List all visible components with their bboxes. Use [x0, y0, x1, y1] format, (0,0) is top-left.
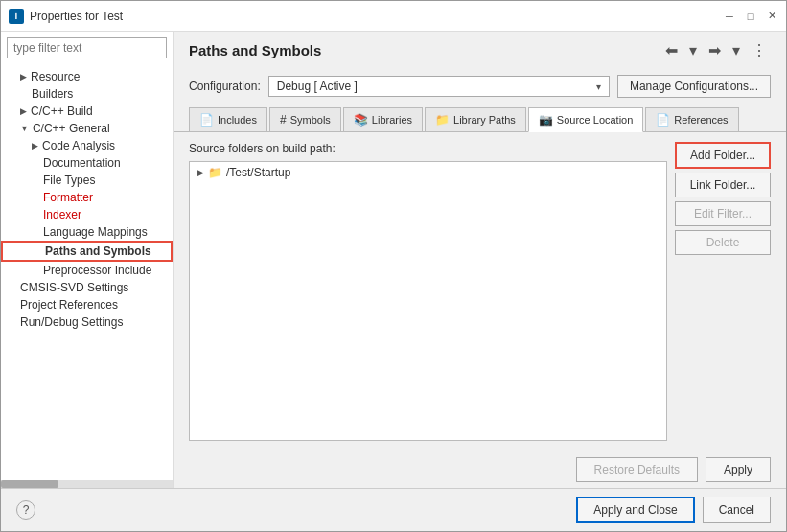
includes-icon: 📄 [199, 113, 214, 127]
sidebar-item-file-types[interactable]: File Types [1, 172, 173, 189]
dropdown-arrow-button[interactable]: ▾ [685, 39, 701, 61]
libraries-icon: 📚 [354, 113, 368, 127]
library-paths-icon: 📁 [435, 113, 450, 127]
folder-icon: 📁 [208, 166, 222, 179]
help-icon-label: ? [23, 503, 30, 517]
sidebar-item-formatter[interactable]: Formatter [1, 189, 173, 206]
chevron-right-icon: ▶ [20, 106, 27, 116]
sidebar-item-label: Documentation [43, 156, 121, 170]
sidebar-item-preprocessor[interactable]: Preprocessor Include [1, 262, 173, 279]
manage-configurations-button[interactable]: Manage Configurations... [617, 75, 771, 98]
tab-label: Source Location [557, 114, 634, 126]
cancel-button[interactable]: Cancel [703, 497, 771, 523]
right-panel: Paths and Symbols ⬅ ▾ ➡ ▾ ⋮ Configuratio… [174, 32, 786, 488]
maximize-button[interactable]: □ [744, 10, 757, 23]
panel-title: Paths and Symbols [189, 42, 321, 58]
sidebar-item-cpp-build[interactable]: ▶ C/C++ Build [1, 103, 173, 120]
content-area: Source folders on build path: ▶ 📁 /Test/… [189, 142, 667, 441]
tab-library-paths[interactable]: 📁 Library Paths [425, 107, 526, 131]
forward-button[interactable]: ➡ [705, 39, 725, 61]
sidebar-item-label: Project References [20, 298, 118, 312]
minimize-button[interactable]: ─ [723, 10, 736, 23]
sidebar-item-builders[interactable]: Builders [1, 85, 173, 103]
sidebar-item-label: CMSIS-SVD Settings [20, 281, 128, 294]
chevron-right-icon: ▶ [20, 72, 27, 81]
sidebar-item-language-mappings[interactable]: Language Mappings [1, 223, 173, 241]
sidebar-item-label: Language Mappings [43, 225, 148, 239]
sidebar-item-label: C/C++ General [33, 122, 110, 135]
sidebar-scrollbar[interactable] [1, 480, 173, 488]
add-folder-button[interactable]: Add Folder... [675, 142, 771, 169]
app-icon: i [9, 9, 24, 24]
sidebar-item-documentation[interactable]: Documentation [1, 154, 173, 172]
tab-label: References [674, 114, 728, 126]
window-controls: ─ □ ✕ [723, 10, 778, 23]
sidebar-item-cpp-general[interactable]: ▼ C/C++ General [1, 120, 173, 137]
sidebar-tree: ▶ Resource Builders ▶ C/C++ Build ▼ C/C+… [1, 64, 173, 480]
title-bar: i Properties for Test ─ □ ✕ [1, 1, 786, 32]
content-section-title: Source folders on build path: [189, 142, 667, 155]
main-window: i Properties for Test ─ □ ✕ ▶ Resource B… [0, 0, 787, 532]
sidebar-item-run-debug[interactable]: Run/Debug Settings [1, 313, 173, 331]
config-row: Configuration: Debug [ Active ] ▾ Manage… [174, 65, 786, 107]
panel-toolbar: ⬅ ▾ ➡ ▾ ⋮ [661, 39, 771, 61]
tab-label: Includes [218, 114, 257, 126]
sidebar-item-label: Formatter [43, 191, 93, 204]
sidebar-item-paths-and-symbols[interactable]: Paths and Symbols [1, 241, 173, 262]
main-content: ▶ Resource Builders ▶ C/C++ Build ▼ C/C+… [1, 32, 786, 488]
sidebar-item-project-references[interactable]: Project References [1, 296, 173, 313]
sidebar-item-label: C/C++ Build [31, 104, 93, 118]
apply-button[interactable]: Apply [706, 457, 771, 482]
sidebar-item-resource[interactable]: ▶ Resource [1, 68, 173, 85]
source-folders-tree[interactable]: ▶ 📁 /Test/Startup [189, 161, 667, 441]
edit-filter-button[interactable]: Edit Filter... [675, 201, 771, 226]
config-label: Configuration: [189, 80, 261, 93]
chevron-down-icon: ▼ [20, 124, 29, 133]
config-dropdown[interactable]: Debug [ Active ] ▾ [268, 76, 610, 97]
link-folder-button[interactable]: Link Folder... [675, 173, 771, 197]
tab-references[interactable]: 📄 References [645, 107, 738, 131]
delete-button[interactable]: Delete [675, 230, 771, 255]
sidebar-item-label: Builders [32, 87, 73, 101]
bottom-bar: ? Apply and Close Cancel [1, 488, 786, 531]
tab-label: Library Paths [453, 114, 516, 126]
close-button[interactable]: ✕ [765, 10, 778, 23]
apply-and-close-button[interactable]: Apply and Close [576, 497, 694, 523]
tab-libraries[interactable]: 📚 Libraries [343, 107, 423, 131]
sidebar-scrollbar-thumb [1, 480, 58, 488]
help-button[interactable]: ? [16, 500, 35, 520]
sidebar-item-label: Paths and Symbols [45, 244, 151, 258]
symbols-icon: # [280, 113, 287, 127]
tab-symbols[interactable]: # Symbols [269, 107, 341, 131]
sidebar-item-label: Indexer [43, 208, 81, 221]
sidebar-item-label: Resource [31, 70, 80, 83]
sidebar-item-cmsis-svd[interactable]: CMSIS-SVD Settings [1, 279, 173, 296]
back-button[interactable]: ⬅ [661, 39, 682, 61]
tree-view-item[interactable]: ▶ 📁 /Test/Startup [190, 162, 666, 183]
restore-defaults-button[interactable]: Restore Defaults [576, 457, 698, 482]
sidebar: ▶ Resource Builders ▶ C/C++ Build ▼ C/C+… [1, 32, 174, 488]
side-buttons: Add Folder... Link Folder... Edit Filter… [675, 142, 771, 441]
tab-label: Symbols [290, 114, 331, 126]
config-value: Debug [ Active ] [277, 80, 358, 93]
chevron-right-icon: ▶ [32, 141, 38, 150]
tabs-bar: 📄 Includes # Symbols 📚 Libraries 📁 Libra… [174, 107, 786, 132]
dropdown-arrow-button2[interactable]: ▾ [729, 39, 744, 61]
filter-input[interactable] [7, 37, 167, 58]
sidebar-item-indexer[interactable]: Indexer [1, 206, 173, 223]
tab-includes[interactable]: 📄 Includes [189, 107, 267, 131]
bottom-left: ? [16, 500, 35, 520]
menu-button[interactable]: ⋮ [748, 39, 771, 61]
tab-source-location[interactable]: 📷 Source Location [528, 107, 644, 132]
panel-body: Source folders on build path: ▶ 📁 /Test/… [174, 132, 786, 451]
bottom-right: Apply and Close Cancel [576, 497, 771, 523]
panel-footer: Restore Defaults Apply [174, 451, 786, 488]
window-title: Properties for Test [30, 10, 723, 23]
source-location-icon: 📷 [539, 113, 553, 127]
sidebar-item-code-analysis[interactable]: ▶ Code Analysis [1, 137, 173, 154]
app-icon-text: i [15, 11, 18, 21]
chevron-right-icon: ▶ [197, 168, 204, 177]
references-icon: 📄 [656, 113, 670, 127]
sidebar-item-label: Preprocessor Include [43, 264, 151, 277]
sidebar-item-label: Run/Debug Settings [20, 315, 123, 329]
